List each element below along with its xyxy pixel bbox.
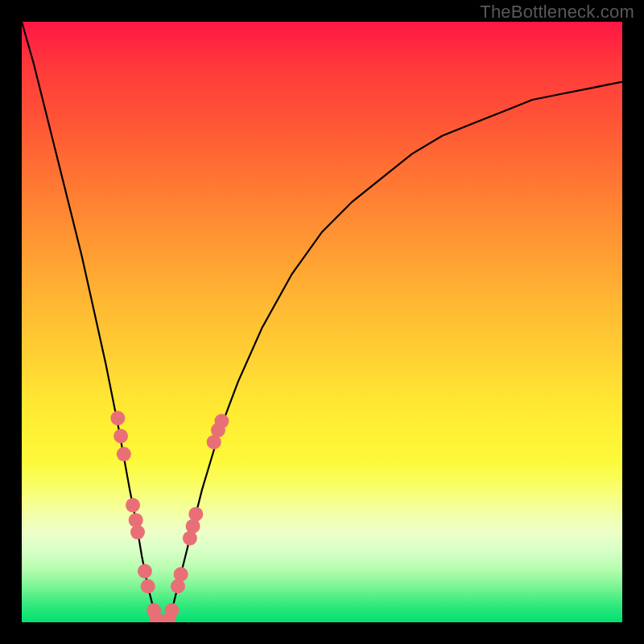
curve-marker (130, 525, 145, 539)
curve-marker (174, 567, 188, 581)
curve-marker (188, 507, 203, 522)
curve-markers (110, 411, 229, 622)
curve-marker (165, 603, 180, 617)
chart-plot-area (22, 22, 622, 622)
curve-marker (117, 447, 131, 461)
curve-marker (114, 429, 128, 444)
curve-marker (110, 411, 125, 425)
curve-marker (214, 414, 229, 428)
watermark-text: TheBottleneck.com (480, 2, 634, 23)
curve-marker (126, 498, 140, 513)
chart-svg (22, 22, 622, 622)
chart-frame: TheBottleneck.com (0, 0, 644, 644)
curve-marker (141, 579, 155, 593)
bottleneck-curve (22, 22, 622, 622)
curve-marker (138, 564, 152, 579)
